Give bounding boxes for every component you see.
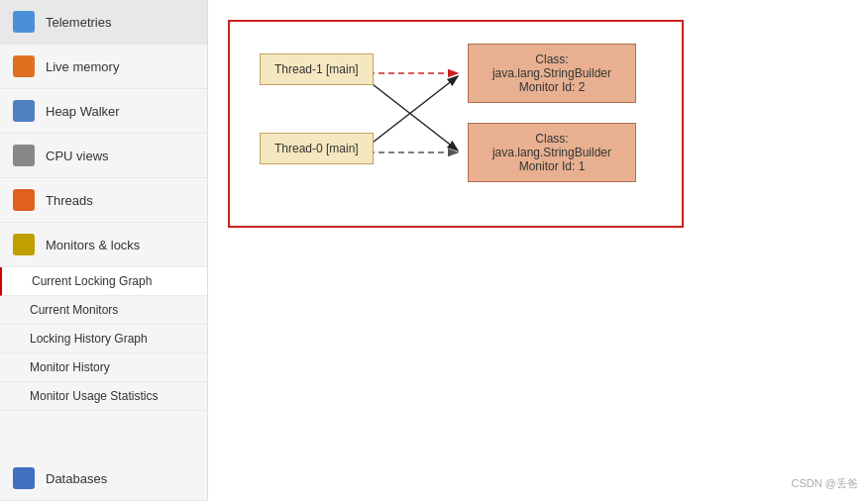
sidebar-item-label: CPU views [46, 149, 109, 163]
sidebar-item-monitors-locks[interactable]: Monitors & locks [0, 223, 207, 267]
sidebar-item-live-memory[interactable]: Live memory [0, 45, 207, 89]
graph-container: Thread-1 [main] Thread-0 [main] Class: j… [228, 20, 684, 228]
svg-line-1 [369, 81, 458, 150]
sidebar-subitem-monitor-usage-statistics[interactable]: Monitor Usage Statistics [0, 382, 207, 411]
sidebar-item-telemetries[interactable]: Telemetries [0, 0, 207, 45]
sidebar-subitem-label: Locking History Graph [30, 332, 148, 346]
svg-line-2 [369, 76, 458, 146]
sidebar-subitem-label: Monitor Usage Statistics [30, 389, 158, 403]
sidebar-item-cpu-views[interactable]: CPU views [0, 134, 207, 178]
sidebar-item-label: Threads [46, 193, 93, 208]
sidebar-subitem-monitor-history[interactable]: Monitor History [0, 353, 207, 382]
sidebar-subitem-current-monitors[interactable]: Current Monitors [0, 296, 207, 325]
sidebar-item-label: Heap Walker [46, 104, 120, 119]
monitors-icon [12, 233, 36, 256]
sidebar-item-label: Databases [46, 471, 107, 486]
monitor2-node: Class: java.lang.StringBuilder Monitor I… [468, 44, 636, 103]
thread1-node: Thread-1 [main] [260, 53, 374, 85]
heapwalker-icon [12, 99, 36, 123]
threads-icon [12, 188, 36, 212]
sidebar-item-label: Telemetries [46, 15, 111, 30]
sidebar: Telemetries Live memory Heap Walker CPU … [0, 0, 208, 501]
graph-area: Thread-1 [main] Thread-0 [main] Class: j… [208, 0, 868, 250]
sidebar-item-databases[interactable]: Databases [0, 456, 207, 501]
sidebar-subitem-label: Current Monitors [30, 303, 118, 317]
sidebar-item-threads[interactable]: Threads [0, 178, 207, 223]
monitor1-node: Class: java.lang.StringBuilder Monitor I… [468, 123, 636, 182]
sidebar-item-label: Live memory [46, 59, 119, 74]
sidebar-item-heap-walker[interactable]: Heap Walker [0, 89, 207, 134]
thread0-node: Thread-0 [main] [260, 133, 374, 164]
sidebar-item-label: Monitors & locks [46, 238, 140, 252]
watermark: CSDN @丢爸 [792, 476, 858, 491]
sidebar-subitem-label: Current Locking Graph [32, 274, 152, 288]
databases-icon [12, 466, 36, 490]
telemetries-icon [12, 10, 36, 34]
cpuviews-icon [12, 144, 36, 167]
livememory-icon [12, 54, 36, 78]
sidebar-subitem-label: Monitor History [30, 360, 110, 374]
sidebar-subitem-current-locking-graph[interactable]: Current Locking Graph [0, 267, 207, 296]
sidebar-subitem-locking-history-graph[interactable]: Locking History Graph [0, 325, 207, 353]
main-content: Thread-1 [main] Thread-0 [main] Class: j… [208, 0, 868, 501]
